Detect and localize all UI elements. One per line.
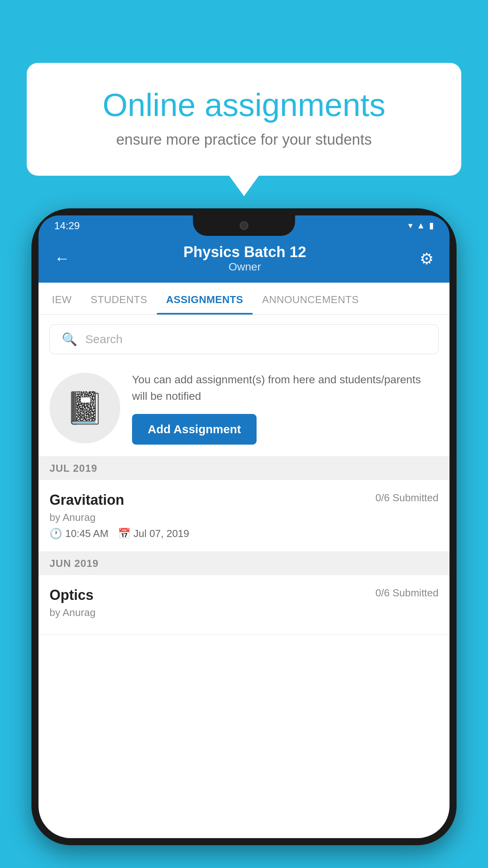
assignment-submitted-optics: 0/6 Submitted — [376, 587, 438, 599]
assignment-row1-optics: Optics 0/6 Submitted — [50, 587, 438, 603]
search-bar[interactable]: 🔍 Search — [50, 324, 438, 354]
gear-icon[interactable]: ⚙ — [420, 250, 434, 268]
battery-icon: ▮ — [429, 221, 434, 231]
header-subtitle: Owner — [183, 261, 306, 273]
header-center: Physics Batch 12 Owner — [183, 244, 306, 273]
header-title: Physics Batch 12 — [183, 244, 306, 261]
phone-screen: ← Physics Batch 12 Owner ⚙ IEW STUDENTS … — [39, 236, 449, 838]
date-info: 📅 Jul 07, 2019 — [118, 528, 189, 540]
speech-bubble-wrapper: Online assignments ensure more practice … — [27, 63, 461, 176]
speech-bubble-title: Online assignments — [58, 86, 430, 123]
tab-announcements[interactable]: ANNOUNCEMENTS — [253, 283, 368, 314]
assignment-name-gravitation: Gravitation — [50, 492, 124, 508]
assignment-row1: Gravitation 0/6 Submitted — [50, 492, 438, 508]
tab-students[interactable]: STUDENTS — [81, 283, 157, 314]
phone-notch — [193, 215, 295, 236]
assignment-icon-circle: 📓 — [50, 373, 120, 443]
signal-icon: ▲ — [416, 221, 425, 231]
search-placeholder: Search — [85, 333, 123, 346]
calendar-icon: 📅 — [118, 528, 130, 540]
back-button[interactable]: ← — [54, 250, 70, 267]
add-assignment-button[interactable]: Add Assignment — [132, 414, 257, 445]
speech-bubble-subtitle: ensure more practice for your students — [58, 131, 430, 148]
assignment-by-optics: by Anurag — [50, 607, 438, 619]
assignment-by-gravitation: by Anurag — [50, 511, 438, 524]
status-time: 14:29 — [54, 220, 80, 232]
assignment-date: Jul 07, 2019 — [134, 528, 189, 540]
notebook-icon: 📓 — [65, 390, 105, 427]
phone-outer: 14:29 ▾ ▲ ▮ ← Physics Batch 12 Owner ⚙ I… — [31, 208, 457, 845]
tab-assignments[interactable]: ASSIGNMENTS — [157, 283, 253, 314]
speech-bubble: Online assignments ensure more practice … — [27, 63, 461, 176]
wifi-icon: ▾ — [408, 221, 413, 231]
section-header-jun: JUN 2019 — [39, 552, 449, 575]
tabs-bar: IEW STUDENTS ASSIGNMENTS ANNOUNCEMENTS — [39, 283, 449, 315]
assignment-name-optics: Optics — [50, 587, 94, 603]
assignment-item-gravitation[interactable]: Gravitation 0/6 Submitted by Anurag 🕐 10… — [39, 480, 449, 552]
add-assignment-content: You can add assignment(s) from here and … — [132, 371, 438, 445]
search-icon: 🔍 — [62, 332, 77, 347]
add-assignment-section: 📓 You can add assignment(s) from here an… — [39, 364, 449, 457]
section-header-jul: JUL 2019 — [39, 457, 449, 480]
assignment-item-optics[interactable]: Optics 0/6 Submitted by Anurag — [39, 575, 449, 635]
assignment-submitted-gravitation: 0/6 Submitted — [376, 492, 438, 504]
time-info: 🕐 10:45 AM — [50, 528, 108, 540]
add-assignment-description: You can add assignment(s) from here and … — [132, 371, 438, 405]
clock-icon: 🕐 — [50, 528, 62, 540]
app-header: ← Physics Batch 12 Owner ⚙ — [39, 236, 449, 283]
status-icons: ▾ ▲ ▮ — [408, 221, 434, 231]
phone-wrapper: 14:29 ▾ ▲ ▮ ← Physics Batch 12 Owner ⚙ I… — [31, 208, 457, 845]
tab-iew[interactable]: IEW — [42, 283, 81, 314]
assignment-time: 10:45 AM — [65, 528, 108, 540]
phone-camera — [240, 221, 248, 230]
assignment-datetime-gravitation: 🕐 10:45 AM 📅 Jul 07, 2019 — [50, 528, 438, 540]
